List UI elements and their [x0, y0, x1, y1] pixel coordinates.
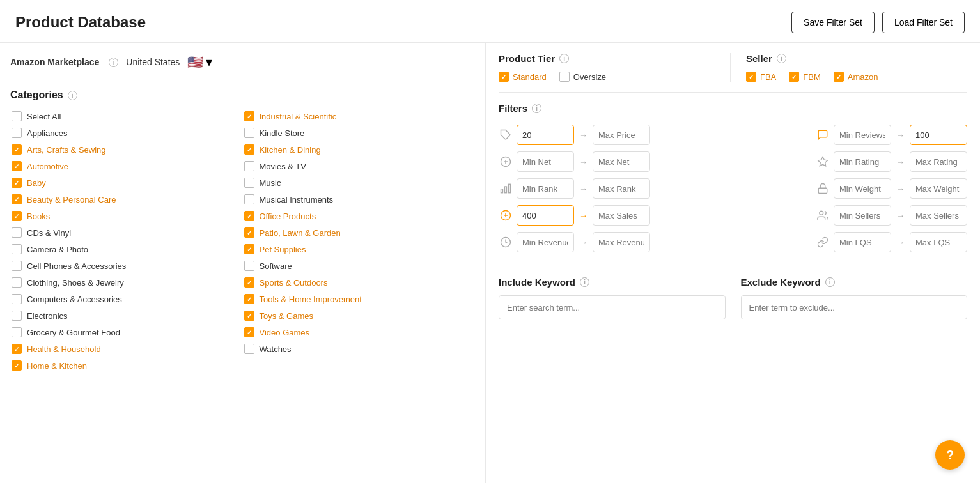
filter-reviews-max[interactable]: [910, 125, 967, 145]
cat-item-clothing[interactable]: Clothing, Shoes & Jewelry: [10, 275, 243, 290]
cat-checkbox-kindle[interactable]: [244, 128, 254, 138]
cat-checkbox-kitchen-dining[interactable]: [244, 144, 254, 155]
cat-item-health[interactable]: Health & Household: [10, 341, 243, 357]
cat-checkbox-grocery[interactable]: [12, 327, 22, 337]
cat-checkbox-movies-tv[interactable]: [244, 161, 254, 171]
filter-price-max[interactable]: [593, 125, 650, 145]
cat-checkbox-health[interactable]: [12, 344, 22, 354]
cat-checkbox-beauty[interactable]: [12, 194, 22, 204]
cat-item-appliances[interactable]: Appliances: [10, 125, 243, 141]
cat-item-automotive[interactable]: Automotive: [10, 158, 243, 174]
cat-item-grocery[interactable]: Grocery & Gourmet Food: [10, 325, 243, 340]
cat-item-office[interactable]: Office Products: [243, 208, 476, 224]
seller-fba-checkbox[interactable]: [746, 72, 756, 82]
cat-checkbox-camera-photo[interactable]: [12, 244, 22, 254]
help-button[interactable]: ?: [935, 440, 965, 470]
seller-amazon[interactable]: Amazon: [834, 72, 878, 82]
cat-item-camera-photo[interactable]: Camera & Photo: [10, 242, 243, 257]
seller-fbm[interactable]: FBM: [789, 72, 820, 82]
cat-checkbox-patio[interactable]: [244, 227, 254, 238]
filter-sales-max[interactable]: [593, 205, 650, 226]
cat-checkbox-industrial[interactable]: [244, 111, 254, 121]
cat-item-home-kitchen[interactable]: Home & Kitchen: [10, 358, 243, 373]
cat-checkbox-select-all[interactable]: [12, 111, 22, 121]
filter-lqs-min[interactable]: [834, 232, 891, 252]
marketplace-info-icon[interactable]: i: [109, 58, 118, 67]
cat-checkbox-electronics[interactable]: [12, 311, 22, 321]
cat-checkbox-office[interactable]: [244, 211, 254, 221]
cat-checkbox-watches[interactable]: [244, 344, 254, 354]
tier-oversize[interactable]: Oversize: [559, 72, 606, 82]
cat-item-kitchen-dining[interactable]: Kitchen & Dining: [243, 142, 476, 157]
cat-checkbox-appliances[interactable]: [12, 128, 22, 138]
seller-fba[interactable]: FBA: [746, 72, 776, 82]
seller-info-icon[interactable]: i: [777, 54, 786, 63]
cat-item-toys[interactable]: Toys & Games: [243, 308, 476, 323]
cat-item-computers[interactable]: Computers & Accessories: [10, 291, 243, 307]
filter-sellers-min[interactable]: [834, 205, 891, 226]
cat-checkbox-toys[interactable]: [244, 311, 254, 321]
exclude-keyword-info[interactable]: i: [825, 277, 835, 287]
cat-checkbox-books[interactable]: [12, 211, 22, 221]
cat-item-kindle[interactable]: Kindle Store: [243, 125, 476, 141]
filter-net-max[interactable]: [593, 151, 650, 172]
seller-fbm-checkbox[interactable]: [789, 72, 799, 82]
cat-checkbox-sports[interactable]: [244, 277, 254, 288]
categories-info-icon[interactable]: i: [68, 91, 77, 100]
filter-rank-max[interactable]: [593, 178, 650, 199]
cat-item-beauty[interactable]: Beauty & Personal Care: [10, 192, 243, 207]
load-filter-button[interactable]: Load Filter Set: [882, 12, 965, 33]
cat-checkbox-video-games[interactable]: [244, 327, 254, 337]
cat-checkbox-clothing[interactable]: [12, 277, 22, 288]
cat-item-arts-crafts[interactable]: Arts, Crafts & Sewing: [10, 142, 243, 157]
seller-amazon-checkbox[interactable]: [834, 72, 844, 82]
cat-item-watches[interactable]: Watches: [243, 341, 476, 357]
filter-weight-max[interactable]: [910, 178, 967, 199]
filter-revenue-max[interactable]: [593, 232, 650, 252]
cat-item-patio[interactable]: Patio, Lawn & Garden: [243, 225, 476, 240]
cat-item-video-games[interactable]: Video Games: [243, 325, 476, 340]
filter-rating-max[interactable]: [910, 151, 967, 172]
cat-checkbox-arts-crafts[interactable]: [12, 144, 22, 155]
tier-info-icon[interactable]: i: [559, 54, 569, 63]
filter-reviews-min[interactable]: [834, 125, 891, 145]
cat-checkbox-automotive[interactable]: [12, 161, 22, 171]
cat-item-select-all[interactable]: Select All: [10, 109, 243, 124]
include-keyword-input[interactable]: [499, 295, 726, 319]
cat-checkbox-pet-supplies[interactable]: [244, 244, 254, 254]
filter-weight-min[interactable]: [834, 178, 891, 199]
cat-item-industrial[interactable]: Industrial & Scientific: [243, 109, 476, 124]
cat-item-pet-supplies[interactable]: Pet Supplies: [243, 242, 476, 257]
flag-dropdown[interactable]: 🇺🇸 ▾: [187, 54, 212, 70]
filter-price-min[interactable]: [517, 125, 574, 145]
filter-sales-min[interactable]: [517, 205, 574, 226]
exclude-keyword-input[interactable]: [741, 295, 968, 319]
save-filter-button[interactable]: Save Filter Set: [791, 12, 875, 33]
cat-item-baby[interactable]: Baby: [10, 175, 243, 190]
filter-sellers-max[interactable]: [910, 205, 967, 226]
cat-checkbox-cell-phones[interactable]: [12, 261, 22, 271]
cat-checkbox-baby[interactable]: [12, 178, 22, 188]
tier-oversize-checkbox[interactable]: [559, 72, 570, 82]
cat-item-music[interactable]: Music: [243, 175, 476, 190]
include-keyword-info[interactable]: i: [580, 277, 589, 287]
tier-standard-checkbox[interactable]: [499, 72, 509, 82]
cat-item-movies-tv[interactable]: Movies & TV: [243, 158, 476, 174]
filter-rating-min[interactable]: [834, 151, 891, 172]
cat-checkbox-software[interactable]: [244, 261, 254, 271]
cat-checkbox-computers[interactable]: [12, 294, 22, 304]
cat-item-sports[interactable]: Sports & Outdoors: [243, 275, 476, 290]
cat-checkbox-cds-vinyl[interactable]: [12, 227, 22, 238]
filter-revenue-min[interactable]: [517, 232, 574, 252]
tier-standard[interactable]: Standard: [499, 72, 547, 82]
filter-net-min[interactable]: [517, 151, 574, 172]
cat-checkbox-musical-instruments[interactable]: [244, 194, 254, 204]
cat-item-software[interactable]: Software: [243, 258, 476, 273]
cat-item-tools[interactable]: Tools & Home Improvement: [243, 291, 476, 307]
cat-checkbox-home-kitchen[interactable]: [12, 360, 22, 371]
cat-checkbox-music[interactable]: [244, 178, 254, 188]
cat-item-musical-instruments[interactable]: Musical Instruments: [243, 192, 476, 207]
cat-item-electronics[interactable]: Electronics: [10, 308, 243, 323]
cat-item-cell-phones[interactable]: Cell Phones & Accessories: [10, 258, 243, 273]
filters-info-icon[interactable]: i: [532, 104, 541, 113]
